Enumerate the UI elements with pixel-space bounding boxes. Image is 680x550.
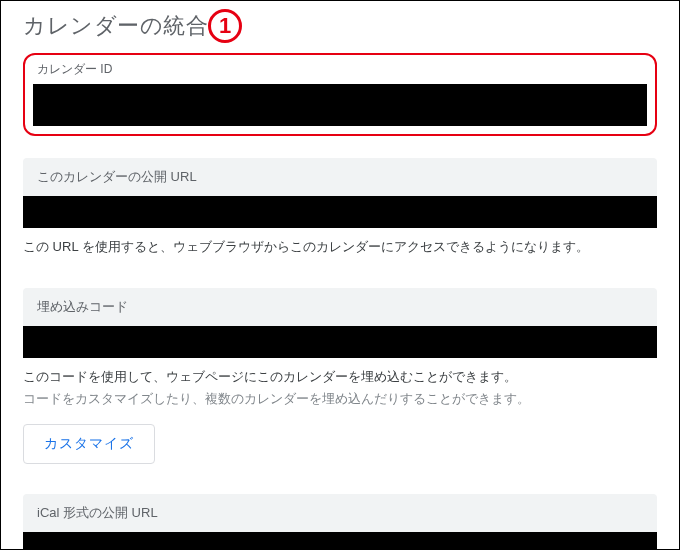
embed-code-description-2: コードをカスタマイズしたり、複数のカレンダーを埋め込んだりすることができます。: [23, 388, 657, 410]
embed-code-section: 埋め込みコード このコードを使用して、ウェブページにこのカレンダーを埋め込むこと…: [23, 288, 657, 464]
calendar-id-label: カレンダー ID: [37, 61, 647, 78]
page-title: カレンダーの統合: [23, 11, 208, 41]
public-url-value-redacted[interactable]: [23, 196, 657, 228]
calendar-id-value-redacted[interactable]: [33, 84, 647, 126]
public-url-section: このカレンダーの公開 URL この URL を使用すると、ウェブブラウザからこの…: [23, 158, 657, 258]
calendar-id-highlight: カレンダー ID: [23, 53, 657, 136]
ical-url-section: iCal 形式の公開 URL この URL を使用すると、他のアプリケーションか…: [23, 494, 657, 550]
public-url-label: このカレンダーの公開 URL: [23, 158, 657, 196]
embed-code-label: 埋め込みコード: [23, 288, 657, 326]
customize-button[interactable]: カスタマイズ: [23, 424, 155, 464]
ical-url-value-redacted[interactable]: [23, 532, 657, 550]
embed-code-value-redacted[interactable]: [23, 326, 657, 358]
calendar-integration-settings: カレンダーの統合 1 カレンダー ID このカレンダーの公開 URL この UR…: [1, 1, 679, 550]
ical-url-label: iCal 形式の公開 URL: [23, 494, 657, 532]
heading-row: カレンダーの統合 1: [23, 9, 657, 43]
annotation-number-1: 1: [208, 9, 242, 43]
public-url-description: この URL を使用すると、ウェブブラウザからこのカレンダーにアクセスできるよう…: [23, 236, 657, 258]
embed-code-description-1: このコードを使用して、ウェブページにこのカレンダーを埋め込むことができます。: [23, 366, 657, 388]
